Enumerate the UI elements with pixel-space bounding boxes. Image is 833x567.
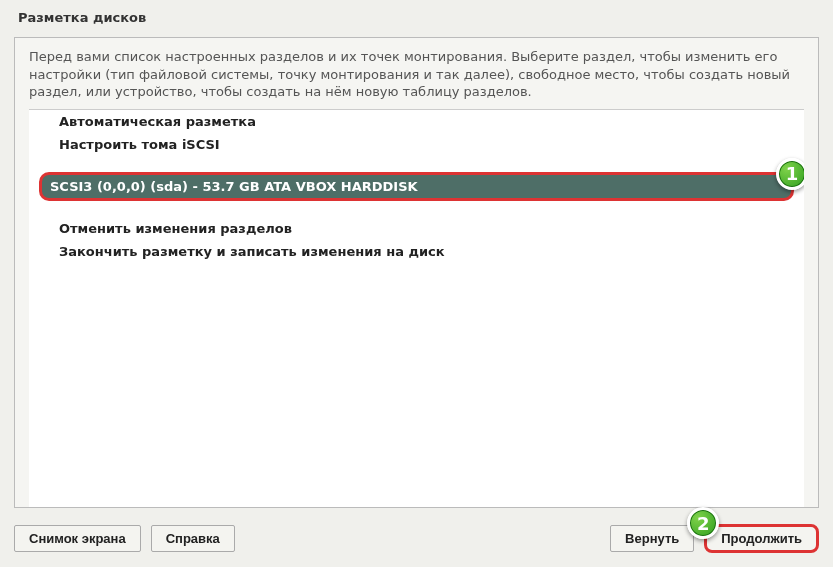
list-spacer	[29, 203, 804, 217]
window-title: Разметка дисков	[0, 0, 833, 33]
option-finish[interactable]: Закончить разметку и записать изменения …	[29, 240, 804, 263]
screenshot-button[interactable]: Снимок экрана	[14, 525, 141, 552]
help-button[interactable]: Справка	[151, 525, 235, 552]
option-disk-selected[interactable]: SCSI3 (0,0,0) (sda) - 53.7 GB ATA VBOX H…	[39, 172, 794, 201]
continue-button[interactable]: Продолжить	[704, 524, 819, 553]
back-button[interactable]: Вернуть	[610, 525, 694, 552]
option-undo[interactable]: Отменить изменения разделов	[29, 217, 804, 240]
option-iscsi[interactable]: Настроить тома iSCSI	[29, 133, 804, 156]
partition-list: Автоматическая разметка Настроить тома i…	[29, 109, 804, 507]
main-panel: Перед вами список настроенных разделов и…	[14, 37, 819, 508]
callout-badge-1: 1	[776, 158, 804, 190]
continue-wrap: 2 Продолжить	[704, 524, 819, 553]
list-spacer	[29, 156, 804, 170]
disk-label: SCSI3 (0,0,0) (sda) - 53.7 GB ATA VBOX H…	[50, 179, 418, 194]
callout-badge-2: 2	[687, 507, 719, 539]
option-guided[interactable]: Автоматическая разметка	[29, 110, 804, 133]
instruction-text: Перед вами список настроенных разделов и…	[29, 48, 804, 101]
button-bar: Снимок экрана Справка Вернуть 2 Продолжи…	[0, 516, 833, 567]
